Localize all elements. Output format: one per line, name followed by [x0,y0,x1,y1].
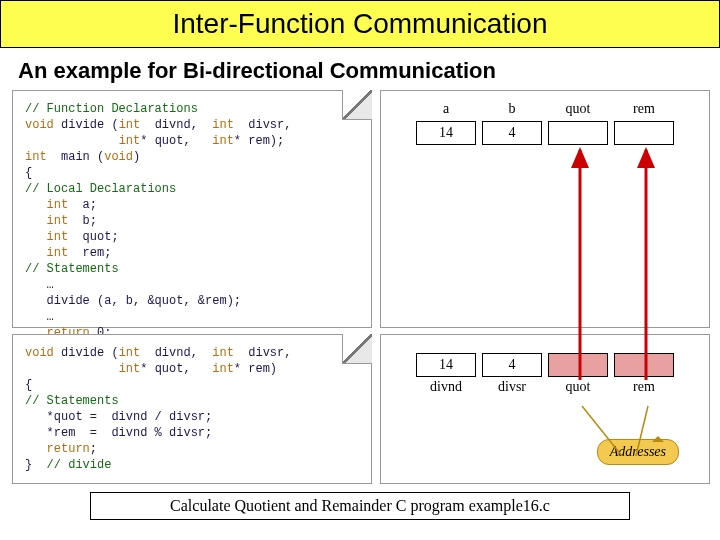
code-divide: void divide (int divnd, int divsr, int* … [13,335,371,483]
dogear-icon [342,90,372,120]
caller-variables: a14 b4 quot rem [416,101,674,145]
code-box-main: // Function Declarations void divide (in… [12,90,372,328]
footer-caption: Calculate Quotient and Remainder C progr… [90,492,630,520]
callee-parameters: 14divnd 4divsr quot rem [416,353,674,397]
slide-title: Inter-Function Communication [0,0,720,48]
code-main: // Function Declarations void divide (in… [13,91,371,367]
diagram-bottom: 14divnd 4divsr quot rem Addresses [380,334,710,484]
addresses-label: Addresses [597,439,679,465]
dogear-icon [342,334,372,364]
slide-subtitle: An example for Bi-directional Communicat… [0,48,720,90]
content-grid: // Function Declarations void divide (in… [0,90,720,484]
code-box-divide: void divide (int divnd, int divsr, int* … [12,334,372,484]
diagram-top: a14 b4 quot rem [380,90,710,328]
